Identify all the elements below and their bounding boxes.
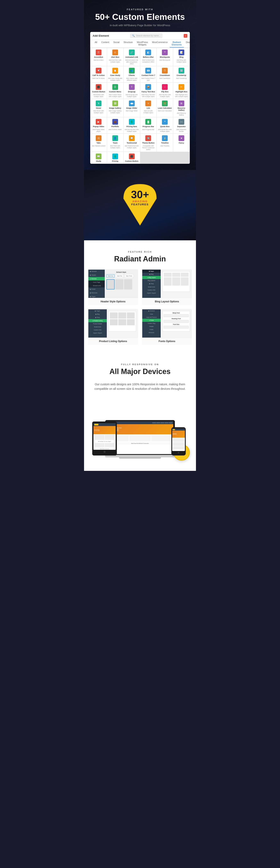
blog-sidebar-shop[interactable]: ▶ Shop [142,282,161,285]
grid-item-tabs[interactable]: ⊟ Tabs Add Tabbed content [90,134,107,152]
sidebar-item-general[interactable]: ▶ General [88,270,105,273]
grid-item-quote-box[interactable]: ❝ Quote Box Add Quote Box with multiple … [157,117,173,133]
grid-item-animated-link[interactable]: 🔗 Animated Link Add Animated Link with c… [123,48,140,66]
style-box-two[interactable]: Style Two [115,274,123,278]
sidebar-item-pages[interactable]: ▶ Pages [88,295,105,298]
fonts-sidebar: ▶ General Color Logo and Favicon ● Fonts… [142,309,161,338]
tab-social[interactable]: Social [111,40,121,48]
dialog-close-button[interactable]: × [184,34,187,38]
dialog-search[interactable]: 🔍 Search element by name... [130,34,162,38]
element-icon: ⬛ [96,84,102,90]
blog-sidebar-options[interactable]: Blog Options [142,279,161,282]
grid-item-counterup[interactable]: 🔢 CounterUp Add CounterUp [173,66,190,82]
grid-item-theme-button[interactable]: 🔘 Theme Button Compatible with Theme Cus… [140,134,157,152]
grid-item-testimonial[interactable]: 💬 Testimonial Add Testimonial with multi… [123,134,140,152]
grid-item-separator[interactable]: — Separator Add Separator Divider [173,117,190,133]
grid-item-countdown[interactable]: ⏱ Countdown Add Countdown [157,66,173,82]
grid-item-dropcap[interactable]: T Dropcap Add Dropcap with multiple styl… [123,83,140,99]
fonts-sidebar-slug[interactable]: Custom Slug [142,322,161,325]
grid-item-accordion[interactable]: ☰ Accordion Add Accordion [90,48,107,66]
fonts-sidebar-elements[interactable]: Elements [142,331,161,334]
product-sidebar-pages[interactable]: ▶ Pages [88,309,107,313]
grid-item-progress-bar[interactable]: ▓ Progress Bar Add Progress Bar [140,117,157,133]
grid-item-image-gallery[interactable]: 🖼 Image Gallery Add Image Gallery multip… [107,99,123,117]
product-sidebar-shop[interactable]: ▶ Shop [88,316,107,319]
sidebar-item-breadcrumb[interactable]: → Breadcrumb [88,284,105,287]
style-box-three[interactable]: Style Three [124,274,134,278]
grid-item-study[interactable]: 📖 Study [90,152,107,163]
element-desc: Add Flip Box with multiple styles [158,94,172,97]
grid-item-fancy[interactable]: ★ Fancy [173,134,190,152]
tab-deprecated[interactable]: Deprecated [184,40,190,48]
sidebar-item-footer[interactable]: ▶ Footer [88,287,105,291]
fonts-sidebar-fonts[interactable]: ● Fonts [142,319,161,322]
grid-item-highlight-box[interactable]: ✏ Highlight Box Add Highlight Box with m… [173,83,190,99]
grid-item-alert-box[interactable]: ⚠ Alert Box Add Alert Box with multiple … [107,48,123,66]
grid-item-blog[interactable]: 📝 Blog Add Blog with multiple styles [173,48,190,66]
fonts-sidebar-color[interactable]: Color [142,313,161,316]
tab-wordpress-widgets[interactable]: WordPress Widgets [135,40,150,48]
element-name: Before-After [143,56,154,58]
phone-home-button[interactable] [178,452,179,454]
tab-radiant-elements[interactable]: Radiant Elements [170,40,184,48]
tab-all[interactable]: All [93,40,99,48]
product-sidebar-listing[interactable]: ● Product Listing [88,319,107,322]
grid-item-masonry-gallery[interactable]: ⊞ Masonry Gallery Add Masonry Gallery [173,99,190,117]
grid-item-pricing[interactable]: 💲 Pricing [107,152,123,163]
blog-sidebar-blog[interactable]: ▶ Blog [142,273,161,276]
grid-item-custom-button[interactable]: ⬛ Custom Button Add Button with multiple… [90,83,107,99]
sidebar-item-elements[interactable]: ▶ Elements [88,291,105,295]
grid-item-custom-menu[interactable]: ☰ Custom Menu Add Custom Menu with multi… [107,83,123,99]
grid-item-before-after[interactable]: ◧ Before-After Add Content here comparis… [140,48,157,66]
grid-item-flip-box[interactable]: ↕ Flip Box Add Flip Box with multiple st… [157,83,173,99]
element-desc: Add Timeline [161,145,169,147]
grid-item-fancy-text-box[interactable]: 📦 Fancy Text Box Add Fancy Text Box with… [140,83,157,99]
element-desc: Add Animated Link with comparison effect [124,59,139,65]
element-desc: Add Clients with different styles [124,78,139,81]
grid-item-portfolio[interactable]: 💼 Portfolio Add Portfolio Slider [107,117,123,133]
blog-sidebar-social[interactable]: Social Icons [142,285,161,288]
blog-sidebar-import[interactable]: Import / Export [142,291,161,294]
product-sidebar-social[interactable]: Social Icons [88,325,107,329]
sidebar-item-inner-page[interactable]: → Inner Page [88,280,105,284]
sidebar-item-header[interactable]: ▶ Header [88,273,105,277]
phone-screen-content: ConstructionYou Can Trust [172,429,185,451]
sidebar-item-general-active[interactable]: ● General [88,277,105,280]
grid-item-timeline[interactable]: ⌛ Timeline Add Timeline [157,134,173,152]
product-sidebar-import[interactable]: Import / Export [88,332,107,335]
fonts-sidebar-general[interactable]: ▶ General [142,309,161,313]
grid-item-list[interactable]: ≡ List Add List with multiple styles [140,99,157,117]
product-sidebar-blog[interactable]: ▶ Blog [88,313,107,316]
element-name: Animated Link [125,56,138,58]
element-desc: Add Case Study with multiple styles [108,78,122,81]
fonts-sidebar-header[interactable]: Header [142,325,161,328]
grid-item-clients[interactable]: 👥 Clients Add Clients with different sty… [123,66,140,82]
fonts-sidebar-logo[interactable]: Logo and Favicon [142,316,161,319]
tab-content[interactable]: Content [99,40,111,48]
grid-item-case-study[interactable]: 📋 Case Study Add Case Study with multipl… [107,66,123,82]
fonts-sidebar-footer[interactable]: Footer [142,328,161,331]
product-sidebar-css[interactable]: Custom CSS [88,329,107,332]
admin-card-header-style: ▶ General ▶ Header ● General → Inner Pag… [88,270,138,305]
tab-structure[interactable]: Structure [121,40,135,48]
grid-item-blockquote[interactable]: ❝ Blockquote Add Blockquote [157,48,173,66]
element-icon: ⊞ [178,100,184,106]
tab-woocommerce[interactable]: WooCommerce [150,40,170,48]
grid-item-popup-video[interactable]: ▶ Popup Video Add Popup Video player [90,117,107,133]
grid-item-call-to-action[interactable]: 📢 Call To Action Add Call To Action [90,66,107,82]
grid-item-contact-form-7[interactable]: 📧 Contact Form 7 Add Contact Form 7 type [140,66,157,82]
grid-item-pricing-item[interactable]: 💲 Pricing Item Add pricing item with mul… [123,117,140,133]
grid-item-image-slider[interactable]: ◀▶ Image Slider Add Image Slider [123,99,140,117]
element-icon: ▶ [96,119,102,125]
product-sidebar-details[interactable]: Product Details [88,322,107,325]
blog-sidebar-layout[interactable]: ● Blog Layout [142,276,161,279]
element-icon: 🧮 [162,100,168,106]
blog-sidebar-css[interactable]: Custom CSS [142,288,161,291]
grid-item-loan-calculator[interactable]: 🧮 Loan Calculator Add Loan Calculator [157,99,173,117]
element-name: Testimonial [127,142,137,144]
grid-item-team[interactable]: 👤 Team Add Team with multiple styles [107,134,123,152]
grid-item-hover[interactable]: 🖱 Hover Add Hover with multiple styles [90,99,107,117]
grid-item-custom-button[interactable]: ⬛ Custom Button [123,152,140,163]
tablet-home-button[interactable] [104,451,106,453]
style-box-one[interactable]: Style One [106,274,115,278]
